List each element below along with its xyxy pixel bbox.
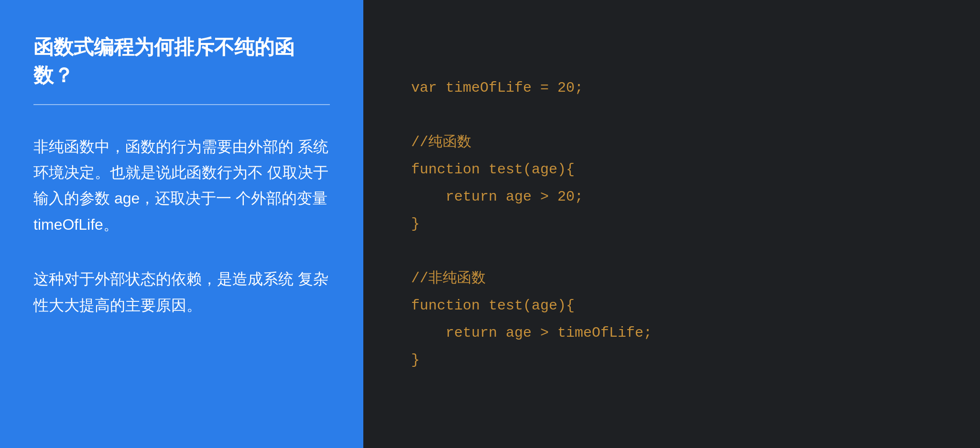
left-panel: 函数式编程为何排斥不纯的函数？ 非纯函数中，函数的行为需要由外部的 系统环境决定… <box>0 0 363 448</box>
code-block: var timeOfLife = 20; //纯函数 function test… <box>411 75 652 374</box>
divider <box>33 104 330 105</box>
paragraph-2: 这种对于外部状态的依赖，是造成系统 复杂性大大提高的主要原因。 <box>33 266 330 318</box>
paragraph-1: 非纯函数中，函数的行为需要由外部的 系统环境决定。也就是说此函数行为不 仅取决于… <box>33 134 330 238</box>
right-panel: var timeOfLife = 20; //纯函数 function test… <box>363 0 980 448</box>
slide-title: 函数式编程为何排斥不纯的函数？ <box>33 33 330 90</box>
